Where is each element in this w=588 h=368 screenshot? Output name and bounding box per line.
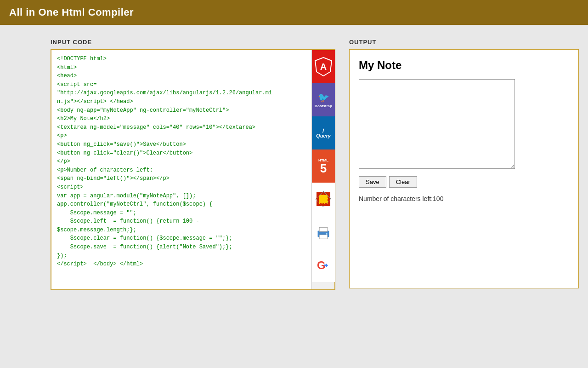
svg-point-10 bbox=[326, 233, 328, 235]
svg-text:A: A bbox=[320, 62, 327, 72]
clear-button[interactable]: Clear bbox=[389, 176, 417, 188]
bootstrap-label: Bootstrap bbox=[315, 104, 332, 108]
bootstrap-icon[interactable]: 🐦 Bootstrap bbox=[312, 83, 335, 116]
output-title: My Note bbox=[359, 59, 569, 72]
icon-sidebar: A 🐦 Bootstrap jQuery HTML bbox=[311, 50, 334, 289]
output-panel: OUTPUT My Note Save Clear Number of char… bbox=[349, 39, 579, 290]
code-area-wrapper: <!DOCTYPE html> <html> <head> <script sr… bbox=[51, 49, 335, 290]
svg-rect-8 bbox=[319, 227, 328, 231]
output-label: OUTPUT bbox=[349, 39, 579, 46]
chars-label: Number of characters left: bbox=[359, 195, 433, 202]
code-display[interactable]: <!DOCTYPE html> <html> <head> <script sr… bbox=[51, 50, 311, 289]
jquery-label: jQuery bbox=[316, 127, 331, 139]
twitter-bird-icon: 🐦 bbox=[318, 92, 329, 103]
google-icon[interactable]: G bbox=[312, 249, 335, 282]
angular-icon[interactable]: A bbox=[312, 50, 335, 83]
tool-icon[interactable] bbox=[312, 183, 335, 216]
app-header: All in One Html Compiler bbox=[0, 0, 588, 25]
html5-icon[interactable]: HTML 5 bbox=[312, 150, 335, 183]
output-textarea[interactable] bbox=[359, 79, 515, 169]
input-panel: INPUT CODE <!DOCTYPE html> <html> <head>… bbox=[51, 39, 335, 290]
print-icon[interactable] bbox=[312, 216, 335, 249]
svg-rect-9 bbox=[319, 235, 328, 239]
svg-rect-4 bbox=[319, 195, 328, 204]
output-buttons: Save Clear bbox=[359, 176, 569, 188]
output-chars-row: Number of characters left:100 bbox=[359, 195, 569, 202]
html-number: 5 bbox=[320, 162, 327, 174]
output-box: My Note Save Clear Number of characters … bbox=[349, 49, 579, 288]
svg-text:G: G bbox=[317, 259, 326, 271]
main-content: INPUT CODE <!DOCTYPE html> <html> <head>… bbox=[0, 25, 588, 299]
chars-value: 100 bbox=[433, 195, 443, 202]
input-label: INPUT CODE bbox=[51, 39, 335, 46]
app-title: All in One Html Compiler bbox=[9, 6, 579, 18]
save-button[interactable]: Save bbox=[359, 176, 386, 188]
jquery-icon[interactable]: jQuery bbox=[312, 116, 335, 150]
